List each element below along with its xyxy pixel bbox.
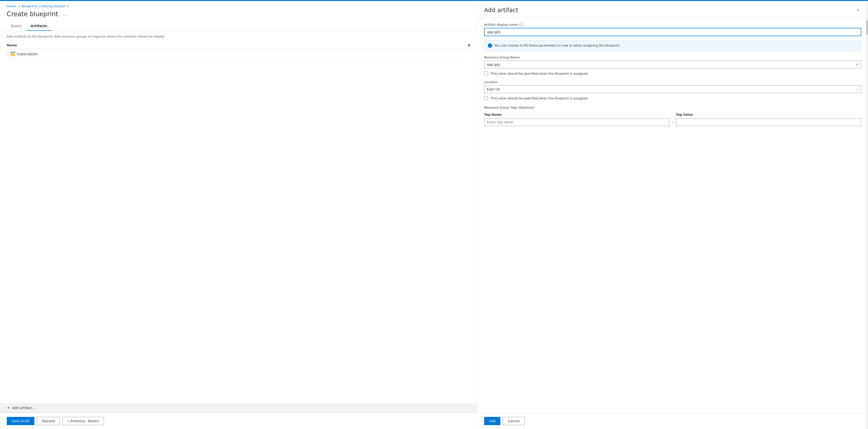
checkbox-1[interactable] (484, 71, 488, 75)
subscription-label: Subscription (17, 52, 38, 56)
chevron-down-icon: ⌄ (7, 52, 9, 56)
info-box: i You can choose to fill these parameter… (484, 40, 861, 51)
col-a-header: A (456, 43, 470, 47)
checkbox-row-2: This value should be specified when the … (484, 96, 861, 101)
checkbox-row-1: This value should be specified when the … (484, 71, 861, 76)
tag-value-input[interactable] (676, 118, 861, 126)
check-icon: ✓ (856, 62, 859, 67)
location-select-wrapper: East US West US Central US North Europe … (484, 85, 861, 93)
resource-group-name-input[interactable] (484, 61, 861, 68)
breadcrumb-blueprints[interactable]: Blueprints | Getting started (22, 4, 65, 8)
tags-section-title: Resource Group Tags (Optional): (484, 106, 861, 109)
artifact-display-name-label: Artifact display name i (484, 23, 861, 26)
resource-group-name-label: Resource Group Name (484, 56, 861, 59)
previous-button[interactable]: « Previous : Basics (62, 417, 104, 425)
breadcrumb-sep1: > (18, 4, 20, 8)
add-artifact-row[interactable]: + Add artifact... (0, 403, 477, 413)
subscription-row: ⌄ (7, 49, 470, 59)
panel-content: Artifact display name i i You can choose… (477, 18, 868, 413)
tag-value-col: Tag Value (676, 113, 861, 126)
svg-point-10 (10, 52, 11, 53)
checkbox-2-label: This value should be specified when the … (491, 96, 587, 101)
page-title: Create blueprint (7, 10, 58, 18)
svg-point-9 (14, 52, 15, 53)
svg-rect-3 (13, 53, 15, 54)
breadcrumb-sep2: > (66, 4, 69, 8)
svg-point-8 (12, 52, 13, 53)
checkbox-1-label: This value should be specified when the … (491, 71, 587, 76)
left-panel: Home > Blueprints | Getting started > Cr… (0, 1, 477, 429)
tag-name-col-label: Tag Name (484, 113, 670, 116)
panel-footer: Add Cancel (477, 413, 868, 429)
right-panel: Add artifact × Artifact display name i i… (477, 1, 868, 429)
table-header: Name A (7, 41, 470, 49)
svg-rect-7 (13, 55, 15, 56)
discard-button[interactable]: Discard (37, 417, 60, 425)
tag-name-input[interactable] (484, 118, 670, 126)
artifact-display-name-input[interactable] (484, 28, 861, 36)
info-message: You can choose to fill these parameters … (495, 43, 620, 48)
info-circle-icon: i (488, 43, 492, 48)
col-name-header: Name (7, 43, 456, 47)
cancel-button[interactable]: Cancel (503, 417, 524, 425)
ellipsis-button[interactable]: ... (61, 11, 69, 18)
svg-rect-5 (11, 55, 12, 56)
scrollbar[interactable] (866, 1, 868, 429)
add-artifact-label: Add artifact... (12, 406, 35, 410)
page-header: Create blueprint ... (0, 9, 477, 22)
tag-value-col-label: Tag Value (676, 113, 861, 116)
close-button[interactable]: × (855, 7, 861, 13)
tab-basics[interactable]: Basics (7, 22, 26, 31)
checkbox-2[interactable] (484, 96, 488, 100)
scrollbar-thumb (866, 20, 868, 35)
panel-title: Add artifact (484, 7, 518, 13)
panel-header: Add artifact × (477, 1, 868, 18)
location-label: Location (484, 80, 861, 84)
breadcrumb-home[interactable]: Home (7, 4, 16, 8)
colon-separator: : (670, 120, 676, 125)
tags-columns: Tag Name : Tag Value (484, 113, 861, 126)
display-name-info-icon[interactable]: i (519, 23, 523, 26)
add-button[interactable]: Add (484, 417, 500, 425)
save-draft-button[interactable]: Save Draft (7, 417, 34, 425)
description: Add artifacts to the blueprint. Add reso… (0, 31, 477, 41)
subscription-icon (10, 52, 15, 57)
location-select[interactable]: East US West US Central US North Europe … (484, 85, 861, 93)
tab-artifacts[interactable]: Artifacts (26, 22, 51, 31)
tabs: Basics Artifacts (0, 22, 477, 31)
svg-rect-1 (11, 53, 12, 54)
plus-icon: + (7, 405, 10, 410)
breadcrumb: Home > Blueprints | Getting started > (0, 1, 477, 9)
tag-name-col: Tag Name (484, 113, 670, 126)
main-layout: Home > Blueprints | Getting started > Cr… (0, 1, 868, 429)
artifacts-table: Name A ⌄ (0, 41, 477, 403)
bottom-bar: Save Draft Discard « Previous : Basics (0, 413, 477, 429)
resource-group-name-field: ✓ (484, 61, 861, 68)
